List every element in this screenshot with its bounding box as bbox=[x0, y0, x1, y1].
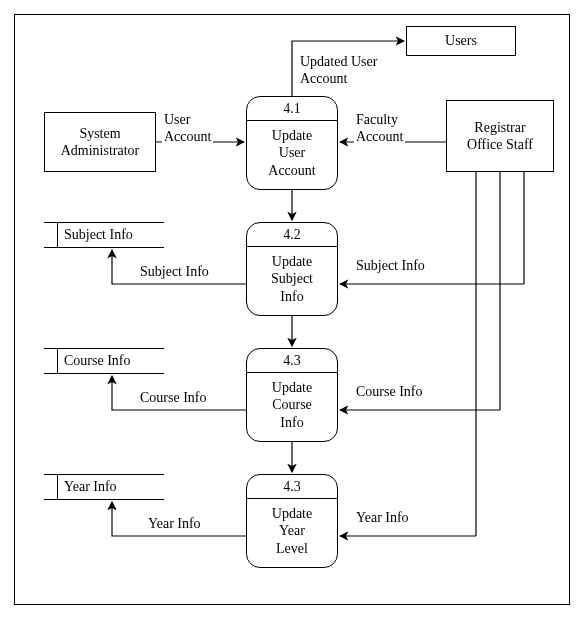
arrows-layer bbox=[0, 0, 584, 619]
flow-user-account: User Account bbox=[162, 112, 213, 146]
flow-course-info-out: Course Info bbox=[138, 390, 209, 407]
flow-updated-user-account: Updated User Account bbox=[298, 54, 379, 88]
flow-course-info-in: Course Info bbox=[354, 384, 425, 401]
flow-subject-info-out: Subject Info bbox=[138, 264, 211, 281]
diagram-canvas: Users System Administrator Registrar Off… bbox=[0, 0, 584, 619]
flow-year-info-in: Year Info bbox=[354, 510, 411, 527]
flow-faculty-account: Faculty Account bbox=[354, 112, 405, 146]
flow-subject-info-in: Subject Info bbox=[354, 258, 427, 275]
flow-year-info-out: Year Info bbox=[146, 516, 203, 533]
